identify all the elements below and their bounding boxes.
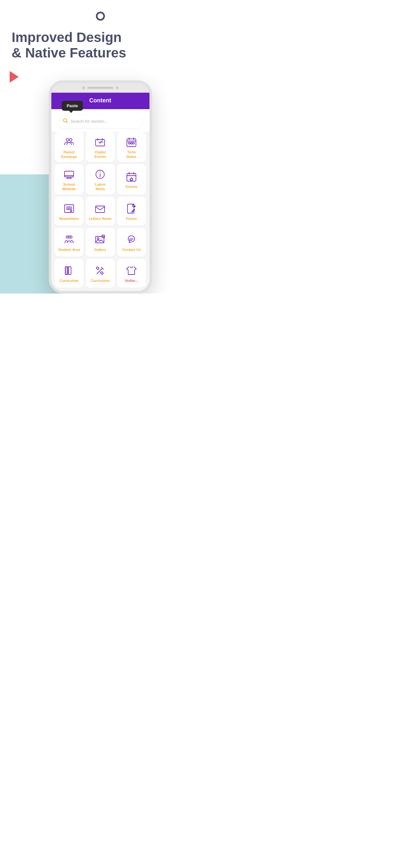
uniform-icon: [126, 265, 137, 276]
svg-rect-9: [65, 171, 73, 177]
grid-item-letters-home[interactable]: Letters Home: [86, 197, 115, 226]
gallery-label: Gallery: [94, 247, 106, 252]
curriculum2-icon: [94, 265, 106, 276]
search-bar[interactable]: Paste Search for section...: [58, 115, 143, 128]
paste-tooltip: Paste: [62, 101, 83, 111]
search-icon: [63, 118, 68, 125]
curriculum-icon: [63, 265, 75, 276]
svg-point-21: [97, 238, 99, 240]
latest-news-icon: [94, 168, 106, 180]
grid-item-clubs-events[interactable]: Clubs/Events: [86, 132, 115, 162]
newsletters-icon: [63, 203, 75, 214]
contact-us-icon: [126, 234, 137, 245]
events-label: Events: [126, 184, 137, 189]
notch-bar-center: [88, 87, 113, 89]
title-line2: & Native Features: [11, 45, 126, 60]
grid-item-forms[interactable]: Forms: [117, 197, 146, 226]
grid-item-uniform[interactable]: Unifor...: [117, 259, 146, 288]
forms-label: Forms: [126, 216, 137, 221]
svg-rect-23: [65, 267, 68, 275]
grid-item-curriculum[interactable]: Curriculum: [55, 259, 84, 288]
notch-camera: [116, 87, 119, 89]
svg-rect-20: [96, 237, 104, 243]
step-indicator: [96, 11, 105, 21]
search-placeholder-text: Search for section...: [71, 119, 108, 124]
student-area-label: Student Area: [58, 247, 80, 252]
phone-notch: [51, 83, 150, 93]
grid-item-events[interactable]: Events: [117, 164, 146, 195]
notch-dot-left: [82, 87, 85, 89]
contact-us-label: Contact Us: [122, 247, 141, 252]
grid-item-term-dates[interactable]: TermDates: [117, 132, 146, 162]
title-line1: Improved Design: [11, 30, 122, 45]
content-grid: ParentEvenings Clubs/Events: [51, 132, 150, 291]
svg-rect-25: [66, 268, 67, 274]
phone-mockup: Content Paste: [49, 81, 152, 293]
grid-item-parent-evenings[interactable]: ParentEvenings: [55, 132, 84, 162]
grid-item-newsletters[interactable]: Newsletters: [55, 197, 84, 226]
svg-rect-14: [65, 205, 73, 213]
top-section: Improved Design & Native Features: [0, 0, 201, 61]
grid-item-curriculum2[interactable]: Curriculum: [86, 259, 115, 288]
term-dates-label: TermDates: [127, 150, 136, 159]
svg-rect-15: [96, 206, 104, 213]
school-website-label: SchoolWebsite: [62, 182, 76, 191]
grid-item-school-website[interactable]: SchoolWebsite: [55, 164, 84, 195]
svg-point-3: [69, 138, 72, 141]
student-area-icon: [63, 234, 75, 245]
uniform-label: Unifor...: [125, 278, 138, 283]
school-website-icon: [63, 168, 75, 180]
letters-home-icon: [94, 203, 106, 214]
newsletters-label: Newsletters: [59, 216, 79, 221]
gallery-icon: [94, 234, 106, 245]
svg-line-1: [66, 121, 67, 123]
grid-item-contact-us[interactable]: Contact Us: [117, 228, 146, 257]
phone-mockup-wrapper: Content Paste: [0, 81, 201, 293]
parent-evenings-icon: [63, 136, 75, 148]
svg-rect-6: [128, 143, 130, 144]
main-heading: Improved Design & Native Features: [11, 30, 189, 61]
grid-item-latest-news[interactable]: LatestNews: [86, 164, 115, 195]
page-wrapper: Improved Design & Native Features Conten…: [0, 0, 201, 293]
svg-rect-24: [68, 267, 71, 275]
svg-point-2: [66, 138, 69, 141]
svg-rect-7: [131, 143, 132, 144]
term-dates-icon: [126, 136, 137, 148]
letters-home-label: Letters Home: [89, 216, 112, 221]
events-icon: [126, 171, 137, 182]
forms-icon: [126, 203, 137, 214]
curriculum-label: Curriculum: [59, 278, 79, 283]
curriculum2-label: Curriculum: [91, 278, 110, 283]
app-header-title: Content: [89, 97, 112, 104]
svg-point-12: [100, 172, 101, 173]
grid-item-student-area[interactable]: Student Area: [55, 228, 84, 257]
clubs-events-label: Clubs/Events: [94, 150, 106, 159]
clubs-events-icon: [94, 136, 106, 148]
parent-evenings-label: ParentEvenings: [61, 150, 77, 159]
grid-item-gallery[interactable]: Gallery: [86, 228, 115, 257]
latest-news-label: LatestNews: [95, 182, 105, 191]
svg-rect-8: [133, 143, 134, 144]
